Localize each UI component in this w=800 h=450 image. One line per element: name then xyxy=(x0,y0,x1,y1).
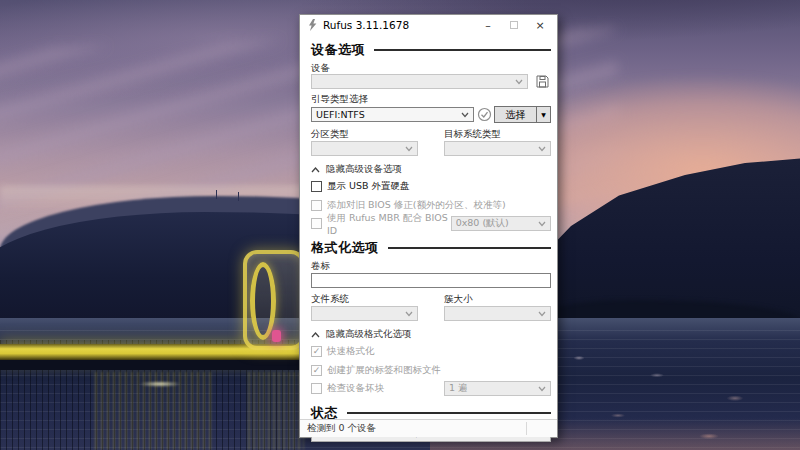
checkbox-bad-blocks: 检查设备坏块 xyxy=(311,382,384,395)
hide-advanced-format-options-toggle[interactable]: 隐藏高级格式化选项 xyxy=(311,328,551,341)
chevron-down-icon xyxy=(405,146,413,152)
target-system-label: 目标系统类型 xyxy=(444,128,551,140)
chevron-down-icon xyxy=(538,386,546,392)
section-title: 设备选项 xyxy=(311,41,365,59)
section-title: 格式化选项 xyxy=(311,239,379,257)
partition-scheme-label: 分区类型 xyxy=(311,128,418,140)
window-title: Rufus 3.11.1678 xyxy=(323,19,475,31)
bad-blocks-passes-select[interactable]: 1 遍 xyxy=(444,381,551,396)
pier-hotspot xyxy=(130,380,190,388)
checkbox-rufus-mbr: 使用 Rufus MBR 配合 BIOS ID xyxy=(311,217,451,230)
volume-label-label: 卷标 xyxy=(311,260,551,272)
file-system-select[interactable] xyxy=(311,306,418,321)
select-dropdown-arrow[interactable]: ▼ xyxy=(537,106,551,123)
rufus-window: Rufus 3.11.1678 – × 设备选项 设备 xyxy=(299,14,558,438)
checkbox[interactable] xyxy=(311,181,322,192)
cluster-size-label: 簇大小 xyxy=(444,293,551,305)
maximize-button xyxy=(501,16,527,34)
chevron-down-icon xyxy=(538,311,546,317)
status-bar-divider xyxy=(526,422,527,435)
maximize-icon xyxy=(510,21,518,29)
tube-reflection xyxy=(248,372,304,450)
checkbox-label: 快速格式化 xyxy=(327,345,375,358)
antenna-tower xyxy=(238,192,239,201)
close-button[interactable]: × xyxy=(527,16,553,34)
antenna-tower xyxy=(216,190,217,199)
checkbox-old-bios-fixes: 添加对旧 BIOS 修正(额外的分区、校准等) xyxy=(311,199,551,212)
device-label: 设备 xyxy=(311,62,551,74)
checkbox-quick-format: ✓ 快速格式化 xyxy=(311,345,551,358)
chevron-up-icon xyxy=(311,332,320,338)
hide-advanced-device-options-toggle[interactable]: 隐藏高级设备选项 xyxy=(311,163,551,176)
minimize-button[interactable]: – xyxy=(475,16,501,34)
device-select[interactable] xyxy=(311,74,528,89)
volume-label-input[interactable] xyxy=(311,273,551,288)
pink-lamp xyxy=(272,330,281,342)
save-device-image-button[interactable] xyxy=(534,74,551,89)
checkbox-checked: ✓ xyxy=(311,365,322,376)
partition-scheme-select[interactable] xyxy=(311,141,418,156)
chevron-down-icon xyxy=(515,79,523,85)
section-device-options: 设备选项 xyxy=(311,42,551,58)
checkbox-checked: ✓ xyxy=(311,346,322,357)
target-system-select[interactable] xyxy=(444,141,551,156)
checkbox-label: 显示 USB 外置硬盘 xyxy=(327,180,410,193)
chevron-down-icon xyxy=(538,146,546,152)
rufus-app-icon xyxy=(307,19,318,31)
checkbox xyxy=(311,200,322,211)
status-bar: 检测到 0 个设备 xyxy=(300,419,557,437)
titlebar[interactable]: Rufus 3.11.1678 – × xyxy=(300,15,557,35)
checkbox-label: 添加对旧 BIOS 修正(额外的分区、校准等) xyxy=(327,199,506,212)
section-rule xyxy=(388,247,552,249)
checkbox-label: 检查设备坏块 xyxy=(327,382,384,395)
save-floppy-icon xyxy=(536,75,549,88)
status-bar-text: 检测到 0 个设备 xyxy=(307,422,376,435)
checkbox xyxy=(311,383,322,394)
checkbox xyxy=(311,218,322,229)
section-rule xyxy=(347,412,551,414)
bios-id-select[interactable]: 0x80 (默认) xyxy=(451,216,551,231)
check-circle-icon xyxy=(477,107,492,122)
tube-ring xyxy=(250,262,276,340)
checkbox-list-usb-hdd[interactable]: 显示 USB 外置硬盘 xyxy=(311,180,551,193)
section-format-options: 格式化选项 xyxy=(311,240,551,256)
chevron-up-icon xyxy=(311,167,320,173)
pier-underside xyxy=(0,360,305,370)
checkbox-label: 创建扩展的标签和图标文件 xyxy=(327,364,441,377)
cluster-size-select[interactable] xyxy=(444,306,551,321)
checkbox-label: 使用 Rufus MBR 配合 BIOS ID xyxy=(327,212,451,236)
chevron-down-icon xyxy=(538,221,546,227)
select-button[interactable]: 选择 xyxy=(494,106,537,123)
checkbox-extended-label: ✓ 创建扩展的标签和图标文件 xyxy=(311,364,551,377)
chevron-down-icon xyxy=(461,112,469,118)
file-system-label: 文件系统 xyxy=(311,293,418,305)
chevron-down-icon xyxy=(405,311,413,317)
section-rule xyxy=(374,49,551,51)
boot-selection-label: 引导类型选择 xyxy=(311,93,551,105)
boot-selection-select[interactable]: UEFI:NTFS xyxy=(311,107,474,122)
